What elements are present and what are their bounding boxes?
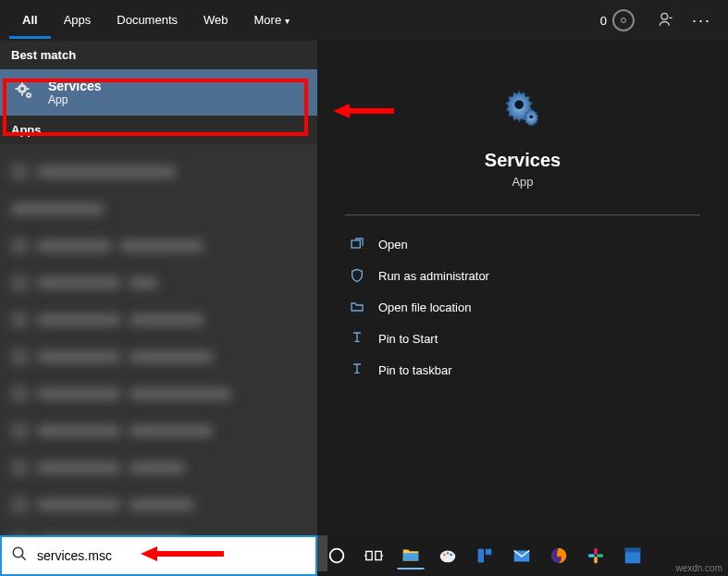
chevron-down-icon: ▾: [285, 16, 290, 26]
svg-rect-6: [16, 88, 19, 90]
svg-point-22: [443, 554, 446, 557]
svg-rect-34: [625, 548, 641, 553]
tab-web[interactable]: Web: [191, 2, 241, 39]
svg-rect-25: [478, 549, 484, 563]
watermark: wexdn.com: [675, 563, 722, 573]
medal-icon: [612, 9, 635, 31]
svg-line-14: [21, 556, 26, 560]
search-icon: [11, 545, 28, 566]
result-title: Services: [48, 79, 102, 93]
best-match-header: Best match: [0, 41, 317, 69]
results-panel: Best match Services App Apps: [0, 41, 317, 535]
search-filter-tabs: All Apps Documents Web More▾ 0 ···: [0, 0, 728, 41]
svg-rect-7: [27, 88, 30, 90]
svg-point-15: [330, 549, 344, 563]
svg-point-13: [13, 547, 23, 558]
svg-rect-20: [403, 553, 419, 560]
slack-icon[interactable]: [582, 542, 610, 570]
svg-rect-5: [21, 93, 23, 96]
apps-header: Apps: [0, 116, 317, 144]
svg-rect-29: [594, 548, 598, 555]
best-match-result[interactable]: Services App: [0, 69, 317, 116]
preview-subtitle: App: [512, 175, 533, 189]
svg-rect-17: [376, 551, 381, 559]
preview-title: Services: [485, 150, 561, 171]
pin-icon: [349, 331, 365, 346]
svg-rect-31: [594, 557, 598, 563]
svg-point-24: [450, 554, 452, 557]
svg-rect-12: [352, 240, 360, 248]
action-pin-start[interactable]: Pin to Start: [345, 323, 700, 354]
divider: [345, 214, 700, 215]
tab-more[interactable]: More▾: [241, 2, 303, 39]
pin-icon: [349, 362, 365, 377]
paint-icon[interactable]: [434, 542, 462, 570]
preview-panel: Services App Open Run as administrator O…: [317, 41, 728, 535]
folder-icon: [349, 300, 365, 314]
task-view-icon[interactable]: [360, 542, 388, 570]
tab-apps[interactable]: Apps: [51, 2, 105, 39]
rewards-count: 0: [600, 14, 607, 28]
svg-rect-26: [486, 549, 491, 555]
tab-all[interactable]: All: [9, 2, 51, 39]
action-open[interactable]: Open: [345, 228, 700, 260]
svg-point-10: [514, 100, 524, 109]
svg-point-3: [20, 87, 24, 91]
app-icon[interactable]: [619, 542, 647, 570]
rewards-button[interactable]: 0: [600, 9, 635, 31]
preview-gear-icon: [501, 87, 544, 133]
svg-point-9: [28, 94, 30, 96]
open-icon: [349, 237, 365, 251]
action-pin-taskbar[interactable]: Pin to taskbar: [345, 354, 700, 386]
svg-rect-4: [21, 82, 23, 85]
file-explorer-icon[interactable]: [397, 542, 425, 570]
feedback-icon[interactable]: [657, 10, 675, 31]
shield-icon: [349, 268, 365, 283]
apps-list: [0, 144, 317, 535]
mail-icon[interactable]: [508, 542, 536, 570]
svg-point-23: [447, 552, 450, 555]
tab-documents[interactable]: Documents: [104, 2, 191, 39]
svg-rect-16: [366, 551, 372, 559]
action-run-admin[interactable]: Run as administrator: [345, 260, 700, 291]
svg-rect-30: [588, 554, 595, 558]
result-subtitle: App: [48, 93, 102, 106]
office-icon[interactable]: [471, 542, 499, 570]
search-input[interactable]: [37, 548, 306, 563]
svg-point-1: [661, 13, 668, 19]
firefox-icon[interactable]: [545, 542, 573, 570]
svg-point-11: [529, 115, 533, 118]
search-box[interactable]: [0, 535, 317, 576]
svg-rect-32: [597, 554, 603, 558]
taskbar: [317, 535, 728, 576]
action-open-location[interactable]: Open file location: [345, 291, 700, 323]
options-icon[interactable]: ···: [692, 11, 711, 31]
svg-point-0: [621, 18, 625, 23]
services-gear-icon: [13, 80, 35, 105]
